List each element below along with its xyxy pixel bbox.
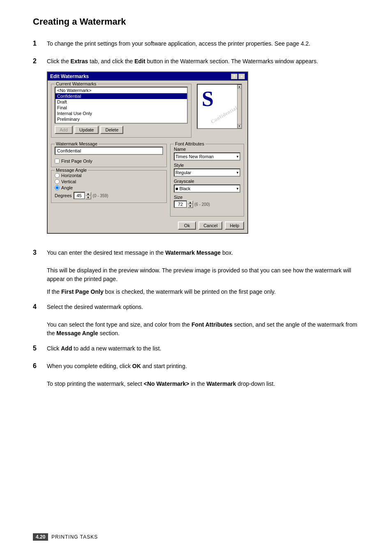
degrees-input[interactable] — [74, 192, 85, 199]
step-6-text: When you complete editing, click OK and … — [47, 362, 359, 371]
step-1-content: To change the print settings from your s… — [47, 39, 359, 48]
listbox-item-no-watermark[interactable]: <No Watermark> — [55, 88, 187, 93]
step-3-sub-2: If the First Page Only box is checked, t… — [47, 288, 359, 296]
step-3-sub: This will be displayed in the preview wi… — [47, 266, 359, 296]
angle-radio[interactable] — [55, 185, 60, 190]
help-dialog-button[interactable]: Help — [225, 221, 244, 230]
size-down-arrow[interactable]: ▼ — [187, 204, 193, 208]
size-spinner: ▲ ▼ — [174, 200, 193, 208]
close-button[interactable]: × — [238, 74, 245, 79]
degrees-up-arrow[interactable]: ▲ — [85, 192, 91, 196]
step-3-text: You can enter the desired text message i… — [47, 249, 359, 257]
step-3: 3 You can enter the desired text message… — [33, 249, 359, 257]
step-3-sub-1: This will be displayed in the preview wi… — [47, 266, 359, 283]
listbox-item-preliminary[interactable]: Preliminary — [55, 116, 187, 122]
step-1-number: 1 — [33, 40, 41, 47]
font-name-label: Name — [174, 147, 240, 152]
grayscale-select[interactable]: ■ Black — [174, 184, 240, 193]
vertical-label: Vertical — [61, 179, 76, 184]
watermarks-listbox[interactable]: <No Watermark> Confidential Draft Final … — [55, 87, 188, 124]
font-style-row: Style Regular — [174, 163, 240, 177]
page-number-badge: 4.20 — [33, 533, 48, 541]
degrees-label: Degrees — [55, 193, 72, 198]
add-button[interactable]: Add — [55, 126, 73, 134]
preview-scrollbar[interactable]: ▲ ▼ — [237, 85, 241, 128]
font-name-select[interactable]: Times New Roman — [174, 152, 240, 161]
first-page-only-label: First Page Only — [61, 159, 92, 164]
first-page-only-checkbox[interactable] — [55, 159, 60, 164]
update-button[interactable]: Update — [74, 126, 99, 134]
dialog-wrapper: Edit Watermarks ? × Current Watermarks <… — [47, 71, 359, 234]
cancel-button[interactable]: Cancel — [198, 221, 222, 230]
size-up-arrow[interactable]: ▲ — [187, 200, 193, 204]
step-6-number: 6 — [33, 362, 41, 370]
step-1-text: To change the print settings from your s… — [47, 39, 359, 48]
ok-button[interactable]: Ok — [178, 221, 196, 230]
scrollbar-down[interactable]: ▼ — [238, 124, 242, 128]
step-4-sub: You can select the font type and size, a… — [47, 320, 359, 338]
preview-area: S Confidential ▲ ▼ — [195, 84, 244, 141]
horizontal-label: Horizontal — [61, 173, 82, 178]
size-input[interactable] — [174, 200, 187, 208]
preview-watermark-text: Confidential — [210, 105, 239, 125]
step-1: 1 To change the print settings from your… — [33, 39, 359, 48]
step-2: 2 Click the Extras tab, and click the Ed… — [33, 57, 359, 240]
dialog-bottom: Watermark Message First Page Only Messag… — [48, 144, 247, 220]
grayscale-select-wrapper: ■ Black — [174, 184, 240, 193]
grayscale-label: Grayscale — [174, 179, 240, 184]
font-style-select-wrapper: Regular — [174, 168, 240, 177]
grayscale-row: Grayscale ■ Black — [174, 179, 240, 193]
font-size-row: Size ▲ ▼ (6 - 200) — [174, 195, 240, 208]
listbox-item-confidential[interactable]: Confidential — [55, 93, 187, 99]
horizontal-radio[interactable] — [55, 173, 60, 178]
dialog-titlebar: Edit Watermarks ? × — [48, 72, 247, 81]
current-watermarks-group: Current Watermarks <No Watermark> Confid… — [51, 84, 191, 138]
degrees-spinner: ▲ ▼ — [74, 192, 91, 199]
step-2-number: 2 — [33, 58, 41, 65]
font-name-select-wrapper: Times New Roman — [174, 152, 240, 161]
listbox-item-final[interactable]: Final — [55, 105, 187, 111]
font-attributes-label: Font Attributes — [174, 141, 205, 146]
font-style-select[interactable]: Regular — [174, 168, 240, 177]
horizontal-radio-row: Horizontal — [55, 173, 163, 178]
step-4-sub-1: You can select the font type and size, a… — [47, 320, 359, 338]
listbox-item-sample[interactable]: Sample — [55, 122, 187, 124]
vertical-radio[interactable] — [55, 179, 60, 184]
message-angle-group: Message Angle Horizontal Vertical — [51, 170, 167, 203]
current-watermarks-label: Current Watermarks — [55, 81, 98, 86]
degrees-arrows: ▲ ▼ — [85, 192, 91, 199]
step-2-content: Click the Extras tab, and click the Edit… — [47, 57, 359, 240]
closing-text: To stop printing the watermark, select <… — [47, 380, 359, 388]
watermark-list-buttons: Add Update Delete — [55, 126, 188, 134]
dialog-title: Edit Watermarks — [50, 74, 89, 79]
step-3-number: 3 — [33, 249, 41, 256]
delete-button[interactable]: Delete — [100, 126, 123, 134]
page-footer: 4.20 PRINTING TASKS — [33, 533, 98, 541]
listbox-item-draft[interactable]: Draft — [55, 99, 187, 105]
step-5-number: 5 — [33, 345, 41, 352]
step-2-text: Click the Extras tab, and click the Edit… — [47, 57, 359, 66]
listbox-item-internal[interactable]: Internal Use Only — [55, 111, 187, 116]
step-4-content: Select the desired watermark options. — [47, 303, 359, 311]
step-5: 5 Click Add to add a new watermark to th… — [33, 344, 359, 353]
step-5-text: Click Add to add a new watermark to the … — [47, 344, 359, 353]
help-button[interactable]: ? — [231, 74, 238, 79]
step-6: 6 When you complete editing, click OK an… — [33, 362, 359, 371]
scrollbar-up[interactable]: ▲ — [238, 85, 242, 89]
step-4-text: Select the desired watermark options. — [47, 303, 359, 311]
size-spinner-row: ▲ ▼ (6 - 200) — [174, 200, 240, 208]
watermark-message-group: Watermark Message First Page Only — [51, 144, 167, 167]
watermark-message-input[interactable] — [55, 147, 163, 155]
degrees-down-arrow[interactable]: ▼ — [85, 196, 91, 199]
font-attributes-group-wrapper: Font Attributes Name Times New Roman — [170, 144, 244, 217]
titlebar-buttons: ? × — [231, 74, 245, 79]
font-name-row: Name Times New Roman — [174, 147, 240, 161]
font-attributes-group: Font Attributes Name Times New Roman — [170, 144, 244, 217]
angle-label: Angle — [61, 185, 73, 190]
dialog-left: Current Watermarks <No Watermark> Confid… — [51, 84, 191, 141]
step-4: 4 Select the desired watermark options. — [33, 303, 359, 311]
watermark-message-label: Watermark Message — [55, 141, 99, 146]
step-3-content: You can enter the desired text message i… — [47, 249, 359, 257]
angle-radio-row: Angle — [55, 185, 163, 190]
size-arrows: ▲ ▼ — [187, 200, 193, 208]
